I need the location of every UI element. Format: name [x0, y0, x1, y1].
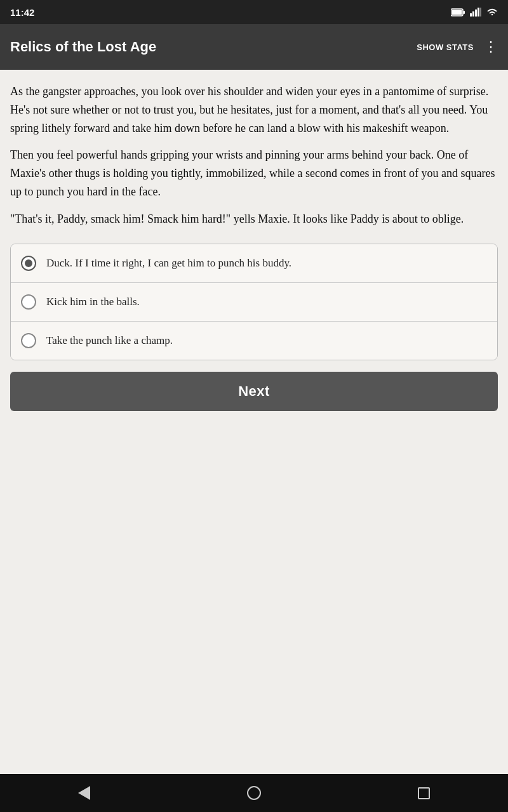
show-stats-button[interactable]: SHOW STATS	[417, 43, 474, 52]
home-button[interactable]	[247, 786, 261, 800]
wifi-icon	[486, 8, 498, 16]
status-time: 11:42	[10, 7, 34, 18]
svg-rect-5	[475, 10, 477, 16]
overflow-menu-icon[interactable]: ⋮	[484, 40, 498, 54]
status-icons	[451, 8, 498, 16]
choice-label-0: Duck. If I time it right, I can get him …	[46, 256, 291, 271]
radio-button-0[interactable]	[21, 256, 36, 271]
svg-rect-4	[472, 11, 474, 16]
story-paragraph-2: "That's it, Paddy, smack him! Smack him …	[10, 210, 498, 228]
next-button[interactable]: Next	[10, 372, 498, 411]
choice-item-1[interactable]: Kick him in the balls.	[11, 283, 497, 322]
svg-rect-3	[470, 13, 472, 16]
app-title: Relics of the Lost Age	[10, 39, 156, 55]
radio-button-1[interactable]	[21, 294, 36, 310]
back-icon	[78, 786, 90, 800]
recents-button[interactable]	[418, 787, 430, 799]
signal-icon	[470, 8, 481, 16]
back-button[interactable]	[78, 786, 90, 800]
choices-container: Duck. If I time it right, I can get him …	[10, 244, 498, 360]
main-content: As the gangster approaches, you look ove…	[0, 70, 508, 774]
status-bar: 11:42	[0, 0, 508, 24]
choice-item-2[interactable]: Take the punch like a champ.	[11, 322, 497, 360]
choice-label-1: Kick him in the balls.	[46, 294, 140, 310]
svg-rect-6	[478, 8, 479, 16]
svg-rect-1	[464, 11, 465, 14]
bottom-nav	[0, 774, 508, 812]
story-text-container: As the gangster approaches, you look ove…	[10, 82, 498, 237]
battery-icon	[451, 8, 465, 16]
app-bar-actions: SHOW STATS ⋮	[417, 40, 498, 54]
choice-label-2: Take the punch like a champ.	[46, 333, 173, 348]
svg-rect-2	[452, 10, 462, 15]
story-paragraph-1: Then you feel powerful hands gripping yo…	[10, 146, 498, 200]
radio-inner-0	[25, 259, 32, 267]
radio-button-2[interactable]	[21, 333, 36, 348]
home-icon	[247, 786, 261, 800]
choice-item-0[interactable]: Duck. If I time it right, I can get him …	[11, 244, 497, 283]
recents-icon	[418, 787, 430, 799]
story-paragraph-0: As the gangster approaches, you look ove…	[10, 82, 498, 137]
svg-rect-7	[480, 8, 481, 16]
app-bar: Relics of the Lost Age SHOW STATS ⋮	[0, 24, 508, 70]
